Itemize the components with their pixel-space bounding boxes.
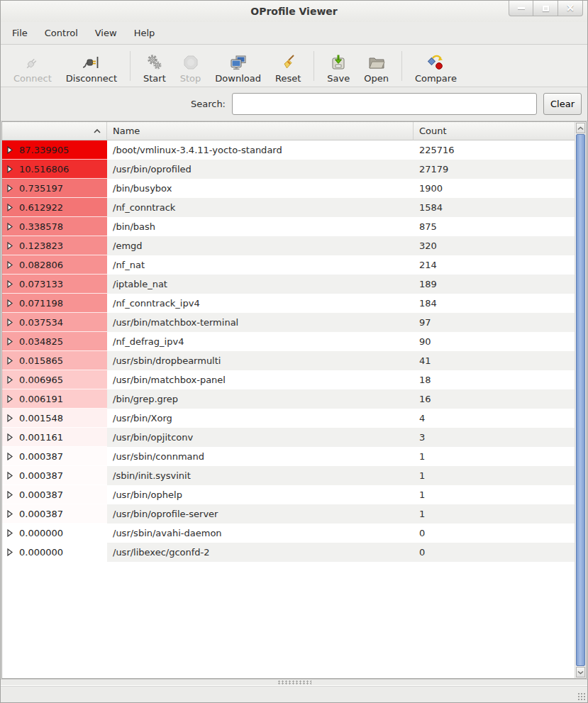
disconnect-plug-icon	[82, 53, 101, 72]
expander-icon[interactable]	[7, 414, 13, 422]
table-row[interactable]: 0.034825/nf_defrag_ipv490	[2, 332, 577, 351]
maximize-button[interactable]	[533, 1, 558, 16]
table-row[interactable]: 0.000000/usr/sbin/avahi-daemon0	[2, 524, 577, 543]
percent-value: 0.735197	[19, 179, 63, 198]
window-title: OProfile Viewer	[1, 1, 587, 22]
expander-icon[interactable]	[7, 261, 13, 269]
sort-ascending-icon	[93, 128, 101, 134]
expander-icon[interactable]	[7, 548, 13, 556]
start-button[interactable]: Start	[136, 47, 173, 85]
pane-splitter[interactable]	[1, 679, 587, 686]
resize-grip[interactable]	[577, 692, 586, 701]
menu-help[interactable]: Help	[126, 23, 164, 43]
stop-button[interactable]: Stop	[173, 47, 209, 85]
menu-view[interactable]: View	[87, 23, 126, 43]
percent-value: 0.000000	[19, 524, 63, 543]
percent-value: 0.000387	[19, 466, 63, 485]
percent-value: 87.339905	[19, 140, 69, 160]
scroll-up-button[interactable]	[576, 123, 585, 133]
clear-button[interactable]: Clear	[543, 93, 582, 115]
expander-icon[interactable]	[7, 491, 13, 499]
expander-icon[interactable]	[7, 395, 13, 403]
table-row[interactable]: 0.000387/usr/sbin/connmand1	[2, 447, 577, 466]
percent-value: 0.006191	[19, 389, 63, 409]
close-button[interactable]: ×	[558, 1, 583, 16]
expander-icon[interactable]	[7, 472, 13, 480]
table-rows: 87.339905/boot/vmlinux-3.4.11-yocto-stan…	[2, 140, 586, 562]
table-row[interactable]: 10.516806/usr/bin/oprofiled27179	[2, 160, 577, 179]
column-header-count[interactable]: Count	[414, 122, 577, 140]
table-row[interactable]: 0.082806/nf_nat214	[2, 255, 577, 275]
minimize-icon	[518, 7, 525, 9]
vertical-scrollbar[interactable]	[575, 122, 586, 678]
percent-value: 0.037534	[19, 313, 63, 332]
count-value: 16	[414, 389, 577, 409]
expander-icon[interactable]	[7, 204, 13, 211]
name-value: /iptable_nat	[107, 275, 414, 294]
expander-icon[interactable]	[7, 280, 13, 288]
expander-icon[interactable]	[7, 453, 13, 460]
table-row[interactable]: 0.006191/bin/grep.grep16	[2, 389, 577, 409]
compare-button[interactable]: Compare	[408, 47, 464, 85]
save-button[interactable]: Save	[320, 47, 357, 85]
expander-icon[interactable]	[7, 510, 13, 518]
download-button[interactable]: Download	[208, 47, 268, 85]
expander-icon[interactable]	[7, 223, 13, 231]
count-value: 41	[414, 351, 577, 370]
table-row[interactable]: 0.001548/usr/bin/Xorg4	[2, 409, 577, 428]
name-value: /boot/vmlinux-3.4.11-yocto-standard	[107, 140, 414, 160]
minimize-button[interactable]	[509, 1, 533, 16]
scroll-down-button[interactable]	[576, 667, 585, 677]
expander-icon[interactable]	[7, 529, 13, 537]
count-value: 1	[414, 466, 577, 485]
percent-value: 0.612922	[19, 198, 63, 217]
chevron-down-icon	[577, 670, 584, 675]
count-value: 1584	[414, 198, 577, 217]
percent-value: 0.123823	[19, 236, 63, 255]
open-button[interactable]: Open	[357, 47, 396, 85]
table-row[interactable]: 0.338578/bin/bash875	[2, 217, 577, 236]
expander-icon[interactable]	[7, 338, 13, 345]
table-row[interactable]: 0.123823/emgd320	[2, 236, 577, 255]
expander-icon[interactable]	[7, 165, 13, 173]
table-row[interactable]: 0.071198/nf_conntrack_ipv4184	[2, 294, 577, 313]
menu-file[interactable]: File	[4, 23, 36, 43]
count-value: 97	[414, 313, 577, 332]
expander-icon[interactable]	[7, 376, 13, 384]
table-row[interactable]: 0.000000/usr/libexec/gconfd-20	[2, 543, 577, 562]
name-value: /nf_defrag_ipv4	[107, 332, 414, 351]
titlebar[interactable]: OProfile Viewer ×	[1, 1, 587, 22]
count-value: 90	[414, 332, 577, 351]
scrollbar-thumb[interactable]	[576, 134, 585, 666]
table-row[interactable]: 0.006965/usr/bin/matchbox-panel18	[2, 370, 577, 389]
expander-icon[interactable]	[7, 146, 13, 154]
table-row[interactable]: 0.037534/usr/bin/matchbox-terminal97	[2, 313, 577, 332]
percent-value: 0.001548	[19, 409, 63, 428]
name-value: /usr/bin/ophelp	[107, 485, 414, 504]
table-header: Name Count	[2, 122, 577, 140]
search-input[interactable]	[232, 93, 537, 115]
column-header-percent[interactable]	[2, 122, 107, 140]
percent-value: 0.338578	[19, 217, 63, 236]
column-header-name[interactable]: Name	[107, 122, 414, 140]
table-row[interactable]: 0.000387/sbin/init.sysvinit1	[2, 466, 577, 485]
expander-icon[interactable]	[7, 433, 13, 441]
table-row[interactable]: 0.001161/usr/bin/opjitconv3	[2, 428, 577, 447]
expander-icon[interactable]	[7, 299, 13, 307]
expander-icon[interactable]	[7, 357, 13, 365]
table-row[interactable]: 0.000387/usr/bin/ophelp1	[2, 485, 577, 504]
expander-icon[interactable]	[7, 319, 13, 326]
expander-icon[interactable]	[7, 184, 13, 192]
table-row[interactable]: 0.612922/nf_conntrack1584	[2, 198, 577, 217]
table-row[interactable]: 0.000387/usr/bin/oprofile-server1	[2, 504, 577, 524]
menu-control[interactable]: Control	[36, 23, 87, 43]
table-row[interactable]: 0.015865/usr/sbin/dropbearmulti41	[2, 351, 577, 370]
expander-icon[interactable]	[7, 242, 13, 250]
reset-button[interactable]: Reset	[268, 47, 308, 85]
table-row[interactable]: 0.073133/iptable_nat189	[2, 275, 577, 294]
table-row[interactable]: 0.735197/bin/busybox1900	[2, 179, 577, 198]
disconnect-button[interactable]: Disconnect	[59, 47, 124, 85]
table-row[interactable]: 87.339905/boot/vmlinux-3.4.11-yocto-stan…	[2, 140, 577, 160]
count-value: 875	[414, 217, 577, 236]
connect-button[interactable]: Connect	[6, 47, 59, 85]
